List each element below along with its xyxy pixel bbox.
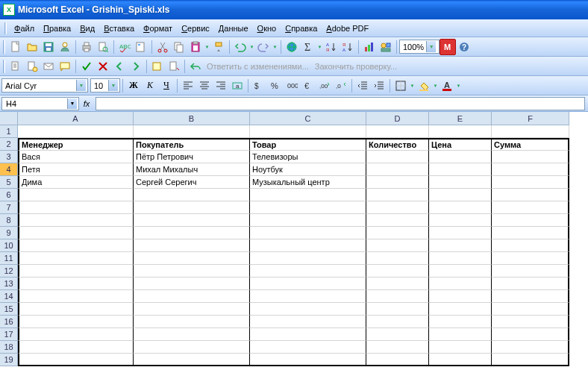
cell[interactable] [492,252,569,265]
fontcolor-dd-icon[interactable]: ▼ [455,78,462,94]
align-center-icon[interactable] [196,78,213,94]
accept-icon[interactable] [78,58,95,75]
row-header-17[interactable]: 17 [0,328,18,341]
cell[interactable] [250,290,366,303]
row-header-12[interactable]: 12 [0,265,18,278]
name-box[interactable]: H4▼ [1,97,79,110]
drawing-icon[interactable] [378,39,394,55]
cell[interactable] [18,201,134,214]
cell[interactable] [492,290,569,303]
spelling-icon[interactable]: ABC [116,39,133,55]
font-combo[interactable]: Arial Cyr▼ [1,78,88,93]
cell[interactable] [18,354,134,366]
cell[interactable] [18,328,134,341]
cell[interactable]: Пётр Петрович [134,151,250,163]
cell[interactable]: Сергей Серегич [134,176,250,189]
cell[interactable] [492,265,569,278]
cell[interactable] [492,278,569,290]
comment-icon[interactable] [57,58,73,75]
cell[interactable] [492,214,569,227]
cell[interactable] [18,265,134,278]
cell[interactable]: Менеджер [18,138,134,151]
underline-icon[interactable]: Ч [158,78,175,94]
save-icon[interactable] [40,39,57,55]
menu-формат[interactable]: Формат [139,22,177,34]
cell[interactable] [429,328,492,341]
row-header-1[interactable]: 1 [0,125,18,138]
row-header-11[interactable]: 11 [0,252,18,265]
cell[interactable]: Музыкальный центр [250,176,366,189]
fill-icon[interactable] [416,78,432,94]
cell[interactable] [492,189,569,201]
undo-icon[interactable] [232,39,248,55]
cell[interactable] [492,125,569,138]
reply-icon[interactable] [187,58,204,75]
row-header-2[interactable]: 2 [0,138,18,151]
row-header-6[interactable]: 6 [0,189,18,201]
cell[interactable] [250,125,366,138]
menu-окно[interactable]: Окно [253,22,281,34]
cell[interactable] [250,341,366,354]
row-header-14[interactable]: 14 [0,290,18,303]
copy-icon[interactable] [171,39,187,55]
indent-inc-icon[interactable] [371,78,387,94]
send-icon[interactable] [40,58,57,75]
cell[interactable] [492,239,569,252]
percent-icon[interactable]: % [267,78,284,94]
cell[interactable] [250,354,366,366]
menu-вид[interactable]: Вид [75,22,99,34]
cell[interactable] [429,151,492,163]
cell[interactable] [134,341,250,354]
cut-icon[interactable] [154,39,171,55]
cell[interactable] [134,214,250,227]
cell[interactable] [429,265,492,278]
grip[interactable] [3,60,5,73]
cell[interactable] [429,214,492,227]
indent-dec-icon[interactable] [354,78,371,94]
row-header-15[interactable]: 15 [0,303,18,316]
incdec-icon[interactable]: ,00 [316,78,333,94]
cell[interactable] [250,201,366,214]
cell[interactable] [366,125,429,138]
align-left-icon[interactable] [180,78,196,94]
col-header-D[interactable]: D [366,112,429,125]
cell[interactable]: Петя [18,163,134,176]
cell[interactable] [250,316,366,328]
menu-справка[interactable]: Справка [281,22,322,34]
cell[interactable] [366,252,429,265]
sort-desc-icon[interactable]: ЯА [340,39,356,55]
hyperlink-icon[interactable] [284,39,300,55]
cell[interactable] [429,125,492,138]
track-icon[interactable] [166,58,182,75]
col-header-F[interactable]: F [492,112,569,125]
cell[interactable] [492,163,569,176]
cell[interactable] [366,201,429,214]
cell[interactable]: Сумма [492,138,569,151]
cell[interactable] [250,303,366,316]
prev-icon[interactable] [111,58,128,75]
row-header-18[interactable]: 18 [0,341,18,354]
cell[interactable] [492,303,569,316]
cell[interactable]: Вася [18,151,134,163]
cell[interactable] [366,265,429,278]
menu-вставка[interactable]: Вставка [99,22,139,34]
fill-dd-icon[interactable]: ▼ [432,78,439,94]
cell[interactable] [366,239,429,252]
cell[interactable] [18,316,134,328]
note-icon[interactable] [149,58,166,75]
cell[interactable]: Телевизоры [250,151,366,163]
row-header-4[interactable]: 4 [0,163,18,176]
cell[interactable] [18,341,134,354]
cell[interactable] [366,176,429,189]
row-header-13[interactable]: 13 [0,278,18,290]
fontsize-combo[interactable]: 10▼ [90,78,120,93]
cell[interactable] [429,189,492,201]
cell[interactable] [134,316,250,328]
cell[interactable] [492,151,569,163]
paste-dd-icon[interactable]: ▼ [204,39,210,55]
comma-icon[interactable]: 000 [284,78,300,94]
print-icon[interactable] [78,39,95,55]
cell[interactable] [366,341,429,354]
decdec-icon[interactable]: ,0 [333,78,349,94]
col-header-B[interactable]: B [134,112,250,125]
